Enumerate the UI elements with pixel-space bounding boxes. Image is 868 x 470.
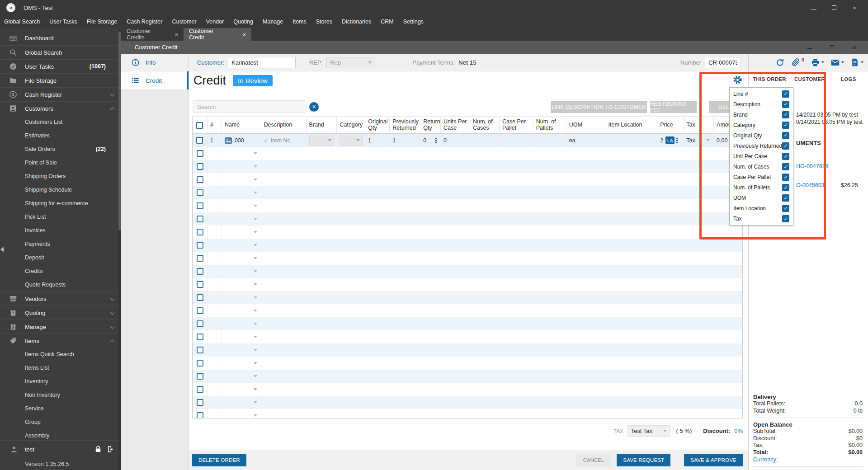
window-minimize-button[interactable] <box>811 6 816 9</box>
sidebar-item-items-quick-search[interactable]: Items Quick Search <box>0 348 121 361</box>
item-picker-dropdown-icon[interactable] <box>254 336 257 338</box>
column-toggle-uom[interactable]: UOM✓ <box>730 193 793 203</box>
row-checkbox[interactable] <box>197 307 203 314</box>
right-panel-tab-this-order[interactable]: THIS ORDER <box>753 76 786 82</box>
tab-customer-credits[interactable]: Customer Credits × <box>121 28 184 41</box>
rep-dropdown[interactable]: Rep <box>326 57 375 68</box>
sidebar-item-shipping-schedule[interactable]: Shipping Schedule <box>0 183 121 197</box>
sidebar-item-shipping-orders[interactable]: Shipping Orders <box>0 169 121 183</box>
table-row-empty[interactable] <box>193 304 742 317</box>
refresh-icon[interactable] <box>775 58 785 67</box>
customer-input[interactable] <box>228 57 296 68</box>
tab-customer-credit[interactable]: Customer Credit × <box>184 28 251 41</box>
row-checkbox[interactable] <box>197 281 203 288</box>
item-picker-dropdown-icon[interactable] <box>254 231 257 233</box>
sidebar-item-user-tasks[interactable]: User Tasks(1067) <box>0 59 121 73</box>
select-all-header[interactable] <box>193 117 208 133</box>
sidebar-collapse-arrow[interactable] <box>0 247 4 252</box>
sidebar-item-pick-list[interactable]: Pick List <box>0 210 121 224</box>
table-row-empty[interactable] <box>193 147 742 160</box>
document-link[interactable]: O-0045603 <box>796 182 825 188</box>
sidebar-item-quoting[interactable]: ?Quoting <box>0 306 121 320</box>
checked-checkbox[interactable]: ✓ <box>782 215 789 222</box>
sidebar-scrollbar[interactable] <box>118 28 121 470</box>
inner-close-button[interactable]: × <box>852 43 856 51</box>
row-checkbox[interactable] <box>197 150 203 157</box>
sidebar-item-deposit[interactable]: Deposit <box>0 251 121 264</box>
item-name-cell[interactable]: 000 <box>222 134 261 147</box>
checked-checkbox[interactable]: ✓ <box>782 205 789 212</box>
table-row-empty[interactable] <box>193 317 742 330</box>
sidebar-item-items-list[interactable]: Items List <box>0 361 121 375</box>
table-row-empty[interactable] <box>193 343 742 357</box>
category-dropdown[interactable] <box>340 136 363 146</box>
table-row-empty[interactable] <box>193 278 742 291</box>
item-picker-dropdown-icon[interactable] <box>254 310 257 312</box>
mail-dropdown-icon[interactable] <box>841 61 844 63</box>
item-picker-dropdown-icon[interactable] <box>254 296 257 299</box>
column-toggle-tax[interactable]: Tax✓ <box>730 214 793 224</box>
item-picker-dropdown-icon[interactable] <box>254 179 257 181</box>
row-checkbox[interactable] <box>197 163 203 170</box>
export-dropdown-icon[interactable] <box>861 61 863 63</box>
tax-dropdown[interactable]: Test Tax <box>627 425 670 437</box>
inner-minimize-button[interactable] <box>807 46 812 49</box>
item-picker-dropdown-icon[interactable] <box>254 388 257 390</box>
table-row-empty[interactable] <box>193 252 742 265</box>
save-request-button[interactable]: SAVE REQUEST <box>617 454 670 466</box>
column-toggle-case-per-pallet[interactable]: Case Per Pallet✓ <box>730 172 793 183</box>
row-checkbox[interactable] <box>197 412 203 418</box>
table-row-empty[interactable] <box>193 212 742 226</box>
attachment-icon[interactable]: 0 <box>791 58 804 67</box>
window-maximize-button[interactable] <box>832 5 836 10</box>
link-description-button[interactable]: LINK DESCRIPTION TO CUSTOMER <box>551 101 647 113</box>
table-row-empty[interactable] <box>193 396 742 409</box>
checked-checkbox[interactable]: ✓ <box>782 90 789 98</box>
sidebar-item-group[interactable]: Group <box>0 415 121 429</box>
column-toggle-line[interactable]: Line #✓ <box>730 89 793 99</box>
document-link[interactable]: HO-0047688 <box>796 163 829 169</box>
search-input[interactable] <box>193 100 307 113</box>
window-close-button[interactable]: × <box>852 5 857 10</box>
menu-item-items[interactable]: Items <box>292 19 307 25</box>
menu-item-global-search[interactable]: Global Search <box>4 19 40 25</box>
table-row-empty[interactable] <box>193 239 742 252</box>
column-toggle-unit-per-case[interactable]: Unit Per Case✓ <box>730 151 793 161</box>
row-checkbox[interactable] <box>197 399 203 406</box>
table-row-empty[interactable] <box>193 383 742 396</box>
row-checkbox[interactable] <box>197 294 203 301</box>
table-row[interactable]: 1 000 ✓ Item Nc 1 1 0 0 <box>193 134 742 147</box>
item-picker-dropdown-icon[interactable] <box>254 205 257 207</box>
cancel-button[interactable]: CANCEL <box>576 454 612 466</box>
row-checkbox[interactable] <box>197 176 203 183</box>
menu-item-stores[interactable]: Stores <box>316 19 332 25</box>
checked-checkbox[interactable]: ✓ <box>782 163 789 170</box>
table-row-empty[interactable] <box>193 357 742 370</box>
row-checkbox[interactable] <box>197 216 203 222</box>
sidebar-item-file-storage[interactable]: File Storage <box>0 73 121 87</box>
row-checkbox[interactable] <box>197 189 203 196</box>
print-icon[interactable] <box>811 58 824 67</box>
menu-item-vendor[interactable]: Vendor <box>206 19 224 25</box>
inner-maximize-button[interactable] <box>830 45 834 49</box>
item-picker-dropdown-icon[interactable] <box>254 192 257 194</box>
close-tab-icon[interactable]: × <box>242 31 246 38</box>
column-toggle-previously-returned[interactable]: Previously Returned✓ <box>730 141 793 151</box>
print-dropdown-icon[interactable] <box>821 61 824 63</box>
select-all-checkbox[interactable] <box>196 122 203 129</box>
sidebar-item-credits[interactable]: Credits <box>0 264 121 278</box>
item-picker-dropdown-icon[interactable] <box>254 257 257 259</box>
restocking-fee-button[interactable]: RESTOCKING FEE <box>650 101 697 113</box>
row-checkbox[interactable] <box>197 386 203 393</box>
table-row-empty[interactable] <box>193 186 742 199</box>
delete-order-button[interactable]: DELETE ORDER <box>192 454 246 466</box>
checked-checkbox[interactable]: ✓ <box>782 153 789 160</box>
row-checkbox[interactable] <box>197 242 203 249</box>
sidebar-item-invoices[interactable]: Invoices <box>0 224 121 237</box>
menu-item-manage[interactable]: Manage <box>263 19 283 25</box>
checked-checkbox[interactable]: ✓ <box>782 132 789 139</box>
price-menu-icon[interactable] <box>676 138 678 139</box>
row-checkbox[interactable] <box>197 268 203 275</box>
row-checkbox[interactable] <box>197 202 203 209</box>
sidebar-item-manage[interactable]: Manage <box>0 320 121 334</box>
